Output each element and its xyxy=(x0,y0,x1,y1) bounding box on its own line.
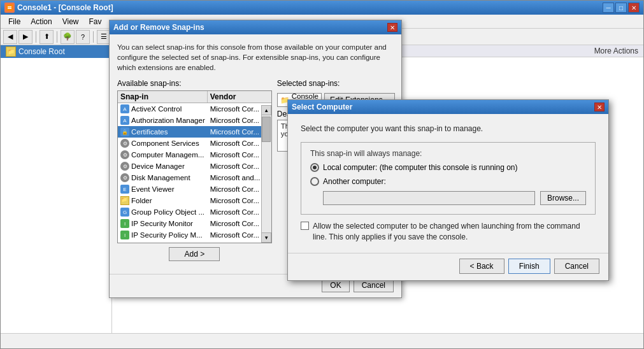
snap-dialog-description: You can select snap-ins for this console… xyxy=(117,42,394,73)
snap-list-header: Snap-in Vendor xyxy=(118,91,271,103)
col-vendor: Vendor xyxy=(208,91,271,103)
snap-row-2[interactable]: 🔒 Certificates Microsoft Cor... xyxy=(118,126,271,138)
allow-change-checkbox[interactable] xyxy=(301,222,309,230)
snap-row-1[interactable]: A Authorization Manager Microsoft Cor... xyxy=(118,115,271,126)
computer-dialog-footer: < Back Finish Cancel xyxy=(288,253,608,280)
snap-row-6[interactable]: ⚙ Disk Management Microsoft and... xyxy=(118,172,271,183)
snap-rows: A ActiveX Control Microsoft Cor... A Aut… xyxy=(118,103,271,242)
snap-row-4[interactable]: ⚙ Computer Managem... Microsoft Cor... xyxy=(118,149,271,160)
another-computer-input-row: Browse... xyxy=(323,191,586,205)
snap-name-10: I IP Security Monitor xyxy=(118,218,208,229)
computer-dialog-close[interactable]: ✕ xyxy=(594,103,605,111)
snap-name-8: 📁 Folder xyxy=(118,196,208,206)
app-icon xyxy=(4,3,15,13)
snap-row-5[interactable]: ⚙ Device Manager Microsoft Cor... xyxy=(118,160,271,172)
another-computer-input[interactable] xyxy=(323,191,535,205)
snap-icon-5: ⚙ xyxy=(120,162,129,171)
toolbar-separator xyxy=(36,31,36,43)
snap-name-2: 🔒 Certificates xyxy=(118,127,208,137)
available-snap-ins-list: Snap-in Vendor A ActiveX Control Microso… xyxy=(117,90,272,243)
local-computer-label: Local computer: (the computer this conso… xyxy=(323,163,518,172)
local-computer-radio[interactable] xyxy=(310,163,319,172)
selected-label: Selected snap-ins: xyxy=(277,79,340,88)
another-computer-label: Another computer: xyxy=(323,177,386,186)
snap-name-7: E Event Viewer xyxy=(118,184,208,194)
snap-name-4: ⚙ Computer Managem... xyxy=(118,150,208,160)
snap-icon-4: ⚙ xyxy=(120,150,129,159)
menu-favorites[interactable]: Fav xyxy=(84,16,107,27)
snap-name-6: ⚙ Disk Management xyxy=(118,173,208,183)
snap-icon-1: A xyxy=(120,116,129,125)
snap-icon-6: ⚙ xyxy=(120,173,129,182)
snap-icon-10: I xyxy=(120,219,129,228)
group-label: This snap-in will always manage: xyxy=(310,149,586,158)
finish-button[interactable]: Finish xyxy=(508,259,550,274)
scroll-up[interactable]: ▲ xyxy=(261,105,271,115)
local-computer-radio-row: Local computer: (the computer this conso… xyxy=(310,163,586,172)
show-hide-tree[interactable]: 🌳 xyxy=(61,30,75,44)
snap-name-0: A ActiveX Control xyxy=(118,104,208,114)
up-button[interactable]: ⬆ xyxy=(39,30,54,44)
more-actions-label[interactable]: More Actions xyxy=(594,46,638,55)
window-controls: ─ □ ✕ xyxy=(603,3,640,13)
scroll-thumb[interactable] xyxy=(262,117,271,142)
computer-manage-group: This snap-in will always manage: Local c… xyxy=(301,142,596,215)
snap-row-7[interactable]: E Event Viewer Microsoft Cor... xyxy=(118,183,271,195)
snap-icon-3: ⚙ xyxy=(120,139,129,148)
toolbar-separator-2 xyxy=(57,31,57,43)
available-label: Available snap-ins: xyxy=(117,79,272,88)
allow-change-label: Allow the selected computer to be change… xyxy=(313,221,596,243)
snap-row-9[interactable]: G Group Policy Object ... Microsoft Cor.… xyxy=(118,206,271,218)
snap-icon-2: 🔒 xyxy=(120,127,129,136)
snap-row-8[interactable]: 📁 Folder Microsoft Cor... xyxy=(118,195,271,206)
title-bar: Console1 - [Console Root] ─ □ ✕ xyxy=(1,1,643,15)
minimize-button[interactable]: ─ xyxy=(603,3,614,13)
allow-change-checkbox-row: Allow the selected computer to be change… xyxy=(301,221,596,243)
scroll-down[interactable]: ▼ xyxy=(261,232,271,243)
another-computer-radio[interactable] xyxy=(310,177,319,186)
col-snap-in: Snap-in xyxy=(118,91,208,103)
status-bar xyxy=(1,333,643,348)
snap-list-scrollbar[interactable]: ▲ ▼ xyxy=(261,105,271,243)
computer-dialog-description: Select the computer you want this snap-i… xyxy=(301,124,596,133)
snap-row-3[interactable]: ⚙ Component Services Microsoft Cor... xyxy=(118,138,271,149)
menu-view[interactable]: View xyxy=(57,16,84,27)
tree-item-console-root[interactable]: 📁 Console Root xyxy=(1,45,111,58)
left-panel: 📁 Console Root xyxy=(1,45,112,334)
add-button[interactable]: Add > xyxy=(169,247,220,261)
snap-icon-8: 📁 xyxy=(120,196,129,205)
close-button[interactable]: ✕ xyxy=(628,3,640,13)
svg-rect-2 xyxy=(8,8,11,10)
computer-dialog-title: Select Computer xyxy=(292,103,592,111)
menu-action[interactable]: Action xyxy=(25,16,57,27)
toolbar-separator-3 xyxy=(93,31,94,43)
snap-row-10[interactable]: I IP Security Monitor Microsoft Cor... xyxy=(118,218,271,229)
back-button[interactable]: < Back xyxy=(459,259,504,274)
snap-dialog-title: Add or Remove Snap-ins xyxy=(113,23,385,32)
snap-icon-0: A xyxy=(120,104,129,113)
snap-name-11: I IP Security Policy M... xyxy=(118,230,208,240)
snap-dialog-close[interactable]: ✕ xyxy=(387,23,397,32)
folder-icon: 📁 xyxy=(6,46,16,57)
snap-name-12: L Link to Web Address xyxy=(118,241,208,242)
forward-button[interactable]: ▶ xyxy=(18,30,32,44)
snap-icon-7: E xyxy=(120,185,129,194)
snap-name-9: G Group Policy Object ... xyxy=(118,207,208,217)
cancel-button[interactable]: Cancel xyxy=(554,259,599,274)
back-button[interactable]: ◀ xyxy=(3,30,17,44)
snap-icon-11: I xyxy=(120,231,129,239)
maximize-button[interactable]: □ xyxy=(615,3,627,13)
snap-row-12[interactable]: L Link to Web Address Microsoft Cor... xyxy=(118,241,271,242)
tree-item-label: Console Root xyxy=(18,47,65,56)
window-title: Console1 - [Console Root] xyxy=(17,3,600,12)
main-window: Console1 - [Console Root] ─ □ ✕ File Act… xyxy=(0,0,644,349)
available-snap-ins-panel: Available snap-ins: Snap-in Vendor A Ac xyxy=(117,79,272,261)
svg-rect-1 xyxy=(8,6,11,8)
snap-name-1: A Authorization Manager xyxy=(118,115,208,125)
help-button[interactable]: ? xyxy=(76,30,90,44)
snap-name-5: ⚙ Device Manager xyxy=(118,161,208,171)
snap-row-11[interactable]: I IP Security Policy M... Microsoft Cor.… xyxy=(118,229,271,241)
snap-row-0[interactable]: A ActiveX Control Microsoft Cor... xyxy=(118,103,271,115)
menu-file[interactable]: File xyxy=(3,16,25,27)
browse-button[interactable]: Browse... xyxy=(540,191,586,205)
